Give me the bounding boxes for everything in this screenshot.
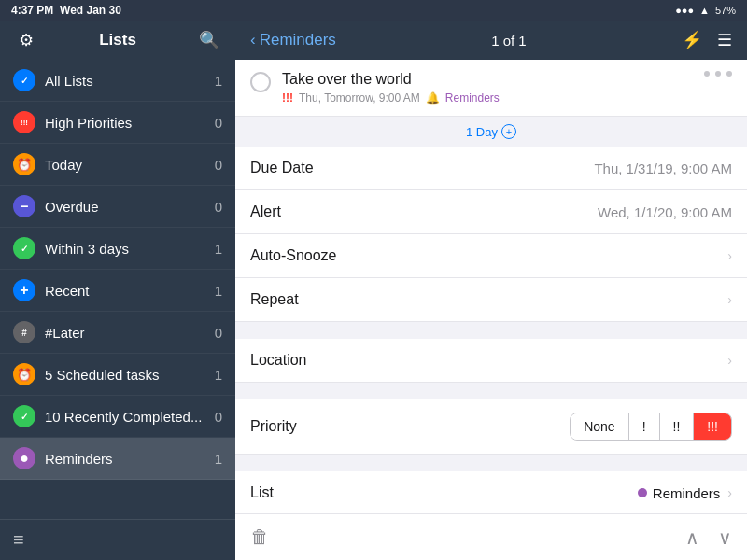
task-sound-icon: 🔔 [426,91,440,105]
nav-up-button[interactable]: ∧ [685,526,699,549]
task-due-date: Thu, Tomorrow, 9:00 AM [299,91,420,105]
sidebar-item-label-scheduled: 5 Scheduled tasks [45,367,215,383]
task-item[interactable]: Take over the world !!! Thu, Tomorrow, 9… [235,60,747,117]
task-dots [704,71,732,77]
sidebar-item-label-reminders: Reminders [45,451,215,467]
list-color-dot [638,488,647,497]
header-actions: ⚡ ☰ [682,30,732,50]
status-bar: 4:37 PM Wed Jan 30 ●●● ▲ 57% [0,0,747,21]
task-content: Take over the world !!! Thu, Tomorrow, 9… [282,71,704,105]
menu-icon[interactable]: ☰ [717,30,732,50]
auto-snooze-row[interactable]: Auto-Snooze › [235,234,747,278]
sidebar-item-label-today: Today [45,157,215,173]
priority-label: Priority [250,418,381,435]
task-title: Take over the world [282,71,704,88]
list-chevron-icon: › [727,485,732,500]
sidebar-item-completed[interactable]: ✓10 Recently Completed...0 [0,396,235,438]
sidebar-title: Lists [39,31,196,49]
section-gap-3 [235,455,747,471]
priority-high-button[interactable]: !!! [694,413,731,440]
sidebar-item-recent[interactable]: +Recent1 [0,270,235,312]
priority-medium-button[interactable]: !! [660,413,695,440]
sidebar-item-label-high-priorities: High Priorities [45,115,215,131]
sidebar-item-icon-completed: ✓ [13,405,35,427]
sidebar-item-icon-high-priorities: !!! [13,111,35,133]
section-gap-1 [235,322,747,339]
sidebar-footer: ≡ [0,519,235,560]
sidebar-item-overdue[interactable]: –Overdue0 [0,186,235,228]
status-time: 4:37 PM Wed Jan 30 [11,4,121,17]
signal-icon: ●●● [675,5,694,16]
priority-buttons-container: None ! !! !!! [381,413,732,441]
day-indicator: 1 Day + [235,117,747,147]
sidebar-item-count-within-3-days: 1 [215,241,222,257]
sidebar-header: ⚙ Lists 🔍 [0,21,235,60]
status-indicators: ●●● ▲ 57% [675,5,736,16]
day-label: 1 Day [466,125,498,139]
search-button[interactable]: 🔍 [196,30,222,50]
due-date-value: Thu, 1/31/19, 9:00 AM [381,161,732,176]
sidebar: ⚙ Lists 🔍 ✓All Lists1!!!High Priorities0… [0,21,235,560]
repeat-row[interactable]: Repeat › [235,278,747,322]
sidebar-list: ✓All Lists1!!!High Priorities0⏰Today0–Ov… [0,60,235,519]
sidebar-item-count-all-lists: 1 [215,73,222,89]
sidebar-item-label-recent: Recent [45,283,215,299]
pager-label: 1 of 1 [491,33,527,49]
sidebar-item-count-high-priorities: 0 [215,115,222,131]
sidebar-item-all-lists[interactable]: ✓All Lists1 [0,60,235,102]
sidebar-item-count-recent: 1 [215,283,222,299]
alert-value: Wed, 1/1/20, 9:00 AM [381,204,732,220]
alert-row[interactable]: Alert Wed, 1/1/20, 9:00 AM [235,190,747,234]
battery-indicator: 57% [715,5,736,16]
back-chevron-icon: ‹ [250,31,256,49]
list-label: List [250,484,381,501]
settings-button[interactable]: ⚙ [13,30,39,50]
sidebar-item-label-within-3-days: Within 3 days [45,241,215,257]
list-value: Reminders [381,485,720,501]
nav-down-button[interactable]: ∨ [718,526,732,549]
due-date-label: Due Date [250,160,381,176]
wifi-icon: ▲ [699,5,710,16]
sidebar-item-label-completed: 10 Recently Completed... [45,409,215,425]
sidebar-item-reminders[interactable]: ●Reminders1 [0,438,235,480]
sidebar-item-high-priorities[interactable]: !!!High Priorities0 [0,102,235,144]
main-content: ‹ Reminders 1 of 1 ⚡ ☰ Take over the wor… [235,21,747,560]
delete-button[interactable]: 🗑 [250,526,269,548]
back-button[interactable]: ‹ Reminders [250,31,336,49]
sidebar-item-icon-recent: + [13,279,35,301]
sidebar-item-icon-reminders: ● [13,447,35,469]
priority-low-button[interactable]: ! [629,413,660,440]
location-row[interactable]: Location › [235,339,747,383]
auto-snooze-label: Auto-Snooze [250,247,381,264]
sidebar-item-label-later: #Later [45,325,215,341]
sidebar-item-label-all-lists: All Lists [45,73,215,89]
due-date-row[interactable]: Due Date Thu, 1/31/19, 9:00 AM [235,147,747,190]
priority-none-button[interactable]: None [571,413,628,440]
sidebar-item-count-later: 0 [215,325,222,341]
main-footer: 🗑 ∧ ∨ [235,513,747,560]
detail-panel: Due Date Thu, 1/31/19, 9:00 AM Alert Wed… [235,147,747,513]
sidebar-item-scheduled[interactable]: ⏰5 Scheduled tasks1 [0,354,235,396]
priority-row: Priority None ! !! !!! [235,399,747,455]
auto-snooze-chevron-icon: › [727,248,732,263]
sidebar-item-count-completed: 0 [215,409,222,425]
sidebar-item-icon-scheduled: ⏰ [13,363,35,385]
day-add-icon[interactable]: + [501,124,516,139]
sidebar-item-within-3-days[interactable]: ✓Within 3 days1 [0,228,235,270]
sidebar-item-count-overdue: 0 [215,199,222,215]
sidebar-item-label-overdue: Overdue [45,199,215,215]
sidebar-item-count-reminders: 1 [215,451,222,467]
sidebar-item-icon-all-lists: ✓ [13,69,35,91]
sidebar-item-later[interactable]: ##Later0 [0,312,235,354]
task-completion-circle[interactable] [250,72,271,92]
app-container: ⚙ Lists 🔍 ✓All Lists1!!!High Priorities0… [0,21,747,560]
alert-label: Alert [250,203,381,220]
priority-button-group: None ! !! !!! [570,413,732,441]
sidebar-item-today[interactable]: ⏰Today0 [0,144,235,186]
sidebar-menu-icon[interactable]: ≡ [13,529,24,550]
lightning-icon[interactable]: ⚡ [682,30,702,50]
sidebar-item-icon-within-3-days: ✓ [13,237,35,259]
location-label: Location [250,352,381,369]
list-row[interactable]: List Reminders › [235,471,747,513]
main-header: ‹ Reminders 1 of 1 ⚡ ☰ [235,21,747,60]
